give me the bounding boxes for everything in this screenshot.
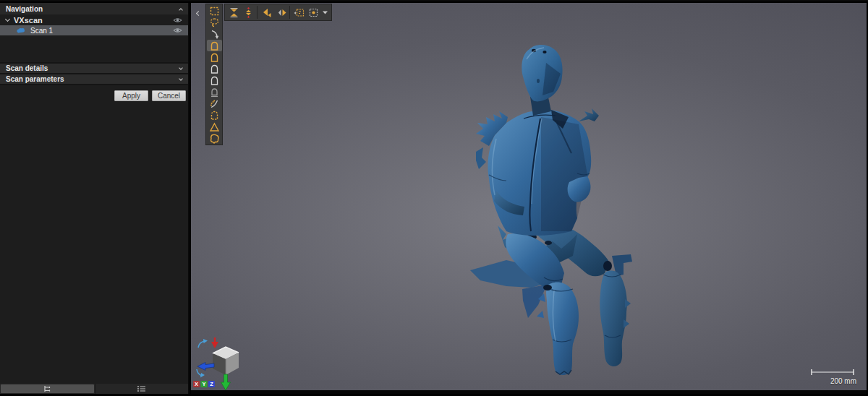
axis-labels: X Y Z — [193, 381, 215, 387]
svg-text:Y: Y — [202, 381, 205, 387]
tree-item-label: Scan 1 — [30, 27, 53, 35]
section-scan-parameters[interactable]: Scan parameters — [0, 73, 188, 84]
brush-selection-icon — [209, 75, 220, 86]
svg-text:Z: Z — [210, 381, 213, 387]
left-panel: Navigation VXscan Scan 1 — [0, 3, 190, 394]
visibility-eye-icon[interactable] — [173, 27, 182, 34]
navigation-title: Navigation — [6, 5, 43, 13]
lasso-selection-icon — [209, 17, 220, 28]
tree-view-toggle[interactable] — [1, 384, 94, 393]
chevron-up-icon[interactable] — [179, 8, 183, 12]
section-scan-details[interactable]: Scan details — [0, 62, 188, 73]
brush-selection-icon — [209, 40, 220, 51]
triangle-selection-icon — [209, 121, 220, 132]
brush-selection-button-active[interactable] — [207, 40, 222, 51]
view-toolbar-horizontal — [224, 4, 332, 21]
panel-view-switcher — [0, 384, 188, 394]
step-forward-button[interactable] — [273, 5, 288, 20]
scan-cloud-icon — [16, 27, 26, 34]
spray-selection-icon — [209, 98, 220, 109]
scale-bar-label: 200 mm — [807, 377, 858, 385]
toolbar-separator — [289, 6, 290, 19]
tree-empty-space — [0, 35, 188, 62]
section-label: Scan parameters — [6, 75, 64, 83]
blob-selection-icon — [209, 133, 220, 144]
chevron-down-icon[interactable] — [5, 17, 10, 22]
tree-view-icon — [42, 385, 52, 392]
collapse-panel-button[interactable] — [194, 8, 203, 18]
zoom-target-button[interactable] — [306, 5, 320, 20]
brush-selection-button-4[interactable] — [207, 74, 222, 86]
free-form-selection-button[interactable] — [207, 17, 222, 28]
cancel-button[interactable]: Cancel — [152, 90, 186, 101]
apply-button[interactable]: Apply — [114, 90, 148, 101]
step-forward-icon — [276, 7, 286, 18]
vxelements-window: Navigation VXscan Scan 1 — [0, 0, 868, 396]
zoom-on-selection-icon — [293, 7, 305, 18]
caret-down-icon — [322, 10, 328, 15]
navigation-header[interactable]: Navigation — [0, 3, 188, 14]
orientation-cube-widget[interactable]: X Y Z — [192, 335, 247, 392]
spray-selection-button[interactable] — [207, 98, 222, 109]
collapse-vertical-icon — [229, 7, 239, 18]
brush-selection-icon — [209, 64, 220, 74]
list-view-toggle[interactable] — [95, 384, 189, 394]
zoom-on-selection-button[interactable] — [292, 5, 306, 20]
chevron-down-icon — [179, 77, 183, 81]
brush-selection-icon — [209, 87, 220, 98]
step-backward-icon — [261, 7, 272, 18]
pick-arrow-button[interactable] — [207, 28, 222, 40]
viewport-3d[interactable]: X Y Z 200 mm — [191, 3, 867, 394]
dashed-brush-selection-icon — [209, 110, 220, 121]
zoom-target-icon — [308, 7, 319, 18]
brush-selection-button-5[interactable] — [207, 86, 222, 98]
brush-selection-button-2[interactable] — [207, 51, 222, 63]
list-view-icon — [137, 385, 147, 392]
viewport-bottom-edge — [191, 390, 867, 394]
pick-arrow-icon — [209, 29, 220, 40]
brush-selection-button-3[interactable] — [207, 63, 222, 74]
collapse-vertical-button[interactable] — [226, 5, 241, 20]
chevron-left-icon — [195, 10, 200, 15]
action-button-row: Apply Cancel — [0, 84, 188, 101]
scale-bar: 200 mm — [807, 368, 858, 388]
triangle-selection-button[interactable] — [207, 121, 222, 132]
expand-vertical-button[interactable] — [241, 5, 255, 20]
toolbar-separator — [257, 6, 258, 19]
blob-selection-button[interactable] — [207, 132, 222, 144]
tree-item-label: VXscan — [14, 16, 43, 25]
tree-item-vxscan[interactable]: VXscan — [0, 14, 188, 25]
view-options-dropdown[interactable] — [320, 5, 330, 20]
dashed-brush-selection-button[interactable] — [207, 109, 222, 121]
expand-vertical-icon — [243, 7, 254, 18]
selection-toolbar-vertical — [205, 4, 223, 145]
svg-text:X: X — [195, 381, 198, 387]
step-backward-button[interactable] — [259, 5, 273, 20]
chevron-down-icon — [179, 66, 183, 70]
section-label: Scan details — [6, 64, 48, 72]
scan-mesh — [191, 3, 867, 394]
visibility-eye-icon[interactable] — [173, 17, 182, 24]
rectangle-selection-icon — [209, 6, 220, 17]
brush-selection-icon — [209, 52, 220, 63]
tree-item-scan1[interactable]: Scan 1 — [0, 25, 188, 35]
panel-empty-area — [0, 111, 188, 384]
scale-bar-line — [807, 368, 858, 376]
rectangle-selection-button[interactable] — [207, 5, 222, 17]
